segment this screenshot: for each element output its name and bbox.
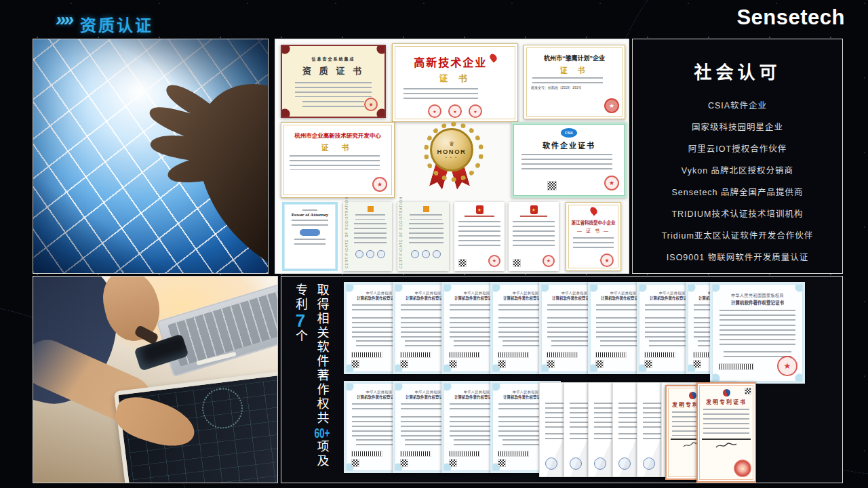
signature	[715, 441, 738, 451]
red-title-bar	[465, 216, 494, 218]
social-heading: 社会认可	[633, 58, 842, 83]
caption-text: 专利	[294, 283, 307, 312]
barcode	[449, 451, 480, 457]
qr-code	[351, 360, 359, 368]
text-line-block	[458, 221, 501, 247]
photo-workspace	[33, 276, 278, 483]
cert-title: 浙江省科技型中小企业	[566, 219, 620, 226]
text-line-block	[573, 237, 614, 248]
red-seal-icon: ★	[364, 98, 378, 111]
qr-code	[498, 459, 506, 467]
text-line-block	[292, 220, 328, 226]
barcode	[498, 451, 529, 457]
registrar-logo	[423, 206, 429, 212]
red-seal-icon: ★	[372, 177, 387, 192]
social-item: TRIDIUM技术认证技术培训机构	[633, 207, 842, 220]
text-line-block	[513, 221, 555, 247]
certificates-panel: 信息安全系统集成 资 质 证 书 ★ 高新技术企业 证 书 ★ ★ ★ 杭州市“…	[275, 39, 629, 274]
cert-registration: CERTIFICATE OF REGISTRATION	[343, 202, 392, 271]
social-item: 国家级科技园明星企业	[633, 120, 842, 133]
text-line-block	[295, 82, 372, 97]
qr-code	[400, 459, 408, 467]
barcode	[400, 352, 431, 358]
registrar-logo	[368, 206, 374, 212]
copyright-certificates-row1: 中华人民共和国 计算机软件著作权登记证书 中华人民共和国 计算机软件著作权登记证…	[344, 282, 805, 384]
barcode	[595, 352, 627, 358]
text-line-block	[719, 310, 796, 321]
text-line-block	[354, 223, 387, 246]
cert-software-copyright-front: 中华人民共和国国家版权局 计算机软件著作权登记证书 ★	[710, 282, 805, 384]
cert-power-of-attorney: Power of Attorney	[282, 202, 338, 271]
text-line-block	[294, 239, 326, 247]
patents-panel: 取得相关软件著作权共60+项及 专利7个 中华人民共和国 计算机软件著作权登记证…	[281, 276, 843, 483]
red-seal-icon: ★	[469, 104, 482, 118]
barcode	[351, 352, 382, 358]
medal-dots: • • •	[446, 155, 458, 159]
cert-title: 杭州市企业高新技术研究开发中心	[281, 131, 394, 139]
cert-invention-patent-front: 发明专利证书 ★	[696, 382, 756, 483]
red-seal-icon: ★	[448, 104, 462, 118]
vertical-caption-col2: 专利7个	[288, 283, 312, 344]
caption-number-60plus: 60+	[314, 426, 330, 440]
cnipa-logo	[689, 392, 696, 399]
qr-code	[400, 360, 408, 368]
cert-title: Power of Attorney	[284, 212, 336, 218]
qr-code	[595, 360, 604, 368]
photo-touchscreen-wall	[33, 39, 269, 274]
barcode	[351, 451, 382, 457]
qr-code	[498, 360, 506, 368]
qr-code	[449, 360, 457, 368]
social-item: 阿里云IOT授权合作伙伴	[633, 142, 842, 155]
hand-silhouette	[109, 59, 269, 274]
flame-icon	[589, 206, 599, 216]
cert-software-enterprise: CSIA 软件企业证书 ★	[511, 122, 627, 198]
text-line-block	[410, 214, 442, 220]
red-title-bar	[520, 216, 548, 218]
social-items: CSIA软件企业 国家级科技园明星企业 阿里云IOT授权合作伙伴 Vykon 品…	[633, 98, 842, 274]
seal-row: ★ ★ ★	[393, 104, 517, 118]
text-line-block	[403, 88, 478, 99]
text-line-block	[521, 154, 612, 170]
cert-zhejiang-sme: 浙江省科技型中小企业 — 证 书 — ★	[566, 202, 621, 271]
barcode	[547, 352, 578, 358]
qr-code	[693, 360, 701, 368]
social-item: Sensetech 品牌全国产品提供商	[633, 185, 842, 198]
cert-title: 资 质 证 书	[282, 64, 384, 77]
cert-title: 杭州市“雏鹰计划”企业	[524, 54, 625, 62]
cnipa-logo	[723, 389, 730, 396]
cert-subtitle: 证 书	[524, 64, 625, 75]
blue-stamp	[300, 229, 320, 236]
red-seal-icon: ★	[600, 253, 614, 267]
accreditation-logos	[406, 250, 446, 258]
cert-rnd-center: 杭州市企业高新技术研究开发中心 证 书 ★	[281, 122, 395, 198]
social-item: Vykon 品牌北区授权分销商	[633, 163, 842, 176]
cert-line: 批准文号：杭科高〔2019〕161号	[531, 85, 625, 89]
cert-subtitle: — 证 书 —	[566, 227, 620, 234]
caption-number-7: 7	[290, 312, 311, 329]
cert-title: 高新技术企业	[414, 54, 487, 70]
text-line-block	[302, 101, 364, 107]
medal-label: HONOR	[437, 148, 467, 155]
vertical-caption-col1: 取得相关软件著作权共60+项及	[312, 283, 331, 468]
cert-side-text: CERTIFICATE OF REGISTRATION	[399, 205, 403, 268]
cert-license: ★ ★	[454, 202, 505, 271]
caption-text: 取得相关软件著作权共	[315, 283, 328, 426]
social-item: ISO9001 物联网软件开发质量认证	[633, 250, 842, 263]
brand-logo: Sensetech	[736, 5, 845, 30]
barcode	[400, 451, 431, 457]
text-line-block	[355, 214, 386, 220]
cert-side-text: CERTIFICATE OF REGISTRATION	[344, 205, 349, 268]
divider	[702, 439, 750, 440]
cert-subtitle: 证 书	[281, 142, 394, 152]
cert-title-line1: 中华人民共和国国家版权局	[712, 292, 803, 298]
qr-code	[644, 360, 652, 368]
page-title: 资质认证	[80, 12, 153, 36]
text-line-block	[409, 223, 443, 246]
social-item: CSIA软件企业	[633, 98, 842, 111]
text-line-block	[290, 155, 380, 170]
qr-code	[745, 388, 751, 394]
text-line-block	[719, 325, 796, 348]
cert-qualification: 信息安全系统集成 资 质 证 书 ★	[281, 45, 386, 118]
cert-hightech-enterprise: 高新技术企业 证 书 ★ ★ ★	[392, 43, 518, 122]
social-item: Tridium亚太区认证软件开发合作伙伴	[633, 228, 842, 241]
